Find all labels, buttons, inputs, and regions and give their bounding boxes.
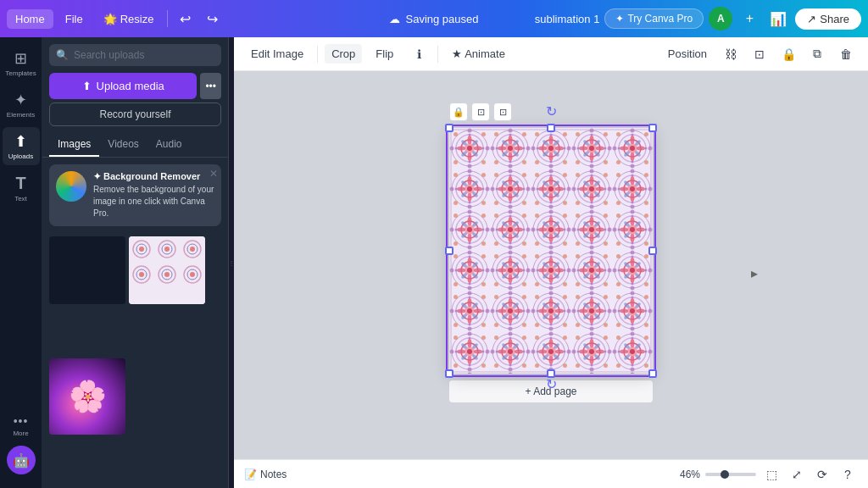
undo-button[interactable]: ↩	[173, 7, 197, 30]
resize-button[interactable]: 🌟 Resize	[95, 9, 163, 29]
elements-icon: ✦	[14, 91, 27, 109]
notes-button[interactable]: 📝 Notes	[244, 469, 287, 480]
share-label: Share	[820, 13, 849, 25]
list-item[interactable]: 🌸	[49, 358, 125, 435]
toolbar-divider-1	[317, 46, 318, 63]
lock-btn-3[interactable]: ⊡	[493, 103, 512, 121]
frame-icon-button[interactable]: ⊡	[748, 42, 771, 66]
handle-bottom-right[interactable]	[648, 369, 657, 378]
sidebar-item-uploads[interactable]: ⬆ Uploads	[3, 127, 40, 165]
duplicate-icon: ⧉	[813, 47, 821, 61]
search-bar-container: 🔍	[42, 37, 228, 73]
fullscreen-button[interactable]: ⤢	[787, 464, 807, 485]
lock-btn-1[interactable]: 🔒	[449, 103, 468, 121]
home-label: Home	[15, 13, 45, 25]
list-item[interactable]	[49, 236, 125, 304]
more-icon: •••	[14, 414, 29, 428]
edit-image-button[interactable]: Edit Image	[244, 44, 310, 64]
duplicate-icon-button[interactable]: ⧉	[805, 42, 829, 66]
record-button[interactable]: Record yourself	[49, 103, 221, 126]
flower-image: 🌸	[69, 379, 107, 414]
canvas-page[interactable]: ↻ 🔒 ⊡ ⊡	[449, 128, 653, 374]
tab-images[interactable]: Images	[49, 133, 99, 157]
animate-button[interactable]: ★ Animate	[445, 44, 512, 64]
tab-audio[interactable]: Audio	[147, 133, 191, 157]
bottom-rotate-handle[interactable]: ↻	[546, 376, 557, 392]
lock-icon: 🔒	[782, 47, 796, 61]
handle-top-left[interactable]	[445, 124, 453, 132]
handle-top-right[interactable]	[648, 124, 657, 132]
try-pro-button[interactable]: ✦ Try Canva Pro	[604, 8, 704, 29]
sidebar-item-more[interactable]: ••• More	[3, 409, 40, 442]
svg-point-6	[164, 247, 170, 252]
trash-icon-button[interactable]: 🗑	[834, 42, 858, 66]
zoom-level: 46%	[673, 469, 700, 480]
more-dots-icon: •••	[205, 80, 216, 92]
bg-remover-text-area: ✦ Background Remover Remove the backgrou…	[93, 171, 214, 219]
uploads-label: Uploads	[8, 152, 33, 160]
nav-right-section: sublimation 1 ✦ Try Canva Pro A + 📊 ↗ Sh…	[535, 7, 861, 30]
bg-remover-description: Remove the background of your image in o…	[93, 184, 214, 219]
sidebar-item-templates[interactable]: ⊞ Templates	[3, 44, 40, 82]
saving-text: Saving paused	[405, 13, 478, 25]
rotate-handle[interactable]: ↻	[542, 103, 559, 119]
search-input[interactable]	[74, 49, 214, 61]
svg-point-12	[139, 272, 144, 277]
flip-button[interactable]: Flip	[369, 44, 400, 64]
sidebar-item-text[interactable]: T Text	[3, 169, 40, 208]
zoom-slider[interactable]	[705, 473, 756, 476]
animate-icon: ★	[452, 47, 465, 60]
lock-icon-button[interactable]: 🔒	[776, 42, 800, 66]
position-button[interactable]: Position	[661, 44, 714, 64]
avatar[interactable]: A	[709, 7, 732, 30]
lock-btn-2[interactable]: ⊡	[471, 103, 490, 121]
canvas-area: Edit Image Crop Flip ℹ ★ Animate Positio…	[234, 37, 868, 488]
upload-media-button[interactable]: ⬆ Upload media	[49, 73, 197, 99]
handle-middle-left[interactable]	[445, 247, 453, 255]
crop-button[interactable]: Crop	[325, 44, 362, 64]
canvas-content[interactable]: ↻ 🔒 ⊡ ⊡	[234, 71, 868, 459]
info-button[interactable]: ℹ	[407, 42, 431, 66]
zoom-thumb[interactable]	[721, 470, 729, 479]
sparkle-icon: ✦	[93, 171, 103, 181]
refresh-button[interactable]: ⟳	[812, 464, 832, 485]
handle-top-middle[interactable]	[547, 124, 555, 132]
share-button[interactable]: ↗ Share	[795, 8, 861, 30]
handle-bottom-left[interactable]	[445, 369, 453, 378]
pattern-thumbnail	[129, 236, 205, 304]
add-icon-button[interactable]: +	[737, 7, 761, 30]
edit-image-label: Edit Image	[251, 47, 303, 60]
upload-icon: ⬆	[82, 80, 92, 92]
tab-images-label: Images	[58, 138, 91, 150]
try-pro-label: Try Canva Pro	[627, 13, 693, 25]
fullscreen-icon: ⤢	[792, 468, 802, 481]
resize-label: Resize	[120, 13, 154, 25]
tab-videos-label: Videos	[108, 138, 138, 150]
upload-more-button[interactable]: •••	[200, 73, 221, 99]
sidebar-item-elements[interactable]: ✦ Elements	[3, 86, 40, 124]
text-label: Text	[14, 195, 27, 202]
list-item[interactable]	[129, 236, 205, 304]
home-button[interactable]: Home	[7, 9, 53, 29]
close-banner-button[interactable]: ✕	[209, 168, 218, 180]
undo-icon: ↩	[180, 11, 191, 27]
sidebar-item-assistant[interactable]: 🤖	[7, 446, 36, 474]
present-button[interactable]: ⬚	[761, 464, 782, 485]
share-icon: ↗	[807, 13, 816, 25]
tab-videos[interactable]: Videos	[99, 133, 147, 157]
handle-bottom-middle[interactable]	[547, 369, 555, 378]
redo-icon: ↪	[207, 11, 218, 27]
help-button[interactable]: ?	[837, 464, 858, 485]
canvas-page-wrap: ↻ 🔒 ⊡ ⊡	[449, 128, 653, 402]
media-tabs: Images Videos Audio	[42, 133, 228, 158]
file-button[interactable]: File	[57, 9, 92, 29]
chain-icon-button[interactable]: ⛓	[719, 42, 743, 66]
handle-middle-right[interactable]	[648, 247, 657, 255]
toolbar-divider-2	[437, 46, 438, 63]
redo-button[interactable]: ↪	[200, 7, 224, 30]
bg-remover-icon	[56, 171, 86, 202]
main-layout: ⊞ Templates ✦ Elements ⬆ Uploads T Text …	[0, 37, 868, 488]
stats-button[interactable]: 📊	[766, 7, 790, 30]
info-icon: ℹ	[417, 47, 421, 61]
panel-scroll-handle[interactable]	[417, 454, 451, 459]
